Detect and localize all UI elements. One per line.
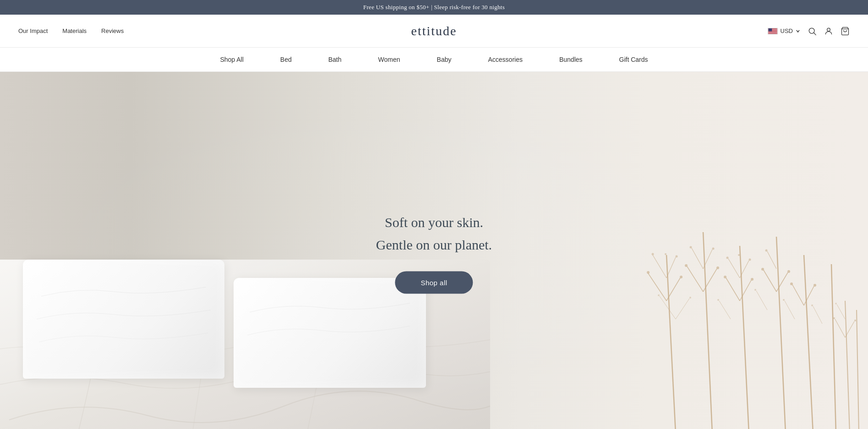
nav-link-reviews[interactable]: Reviews bbox=[101, 27, 124, 34]
account-button[interactable] bbox=[824, 27, 833, 36]
nav-link-materials[interactable]: Materials bbox=[62, 27, 87, 34]
site-logo[interactable]: ettitude bbox=[411, 24, 457, 38]
top-nav: Our Impact Materials Reviews ettitude bbox=[0, 15, 868, 48]
nav-item-baby[interactable]: Baby bbox=[419, 48, 470, 71]
shop-all-button[interactable]: Shop all bbox=[395, 272, 473, 294]
cart-button[interactable] bbox=[841, 27, 850, 36]
hero-subheadline: Gentle on our planet. bbox=[376, 234, 492, 255]
us-flag-icon bbox=[768, 28, 778, 34]
cart-icon bbox=[841, 27, 850, 36]
svg-rect-11 bbox=[768, 33, 777, 33]
svg-rect-8 bbox=[768, 32, 777, 32]
nav-item-bundles[interactable]: Bundles bbox=[541, 48, 601, 71]
currency-selector[interactable]: USD bbox=[768, 27, 800, 34]
main-nav: Shop All Bed Bath Women Baby Accessories… bbox=[0, 48, 868, 72]
announcement-text: Free US shipping on $50+ | Sleep risk-fr… bbox=[363, 4, 505, 11]
top-nav-right: USD bbox=[434, 27, 850, 36]
svg-line-15 bbox=[814, 33, 816, 35]
svg-rect-7 bbox=[768, 31, 777, 32]
nav-item-bed[interactable]: Bed bbox=[262, 48, 310, 71]
hero-headline: Soft on your skin. bbox=[376, 212, 492, 233]
nav-item-shop-all[interactable]: Shop All bbox=[202, 48, 262, 71]
svg-rect-12 bbox=[768, 33, 777, 34]
account-icon bbox=[824, 27, 833, 36]
chevron-down-icon bbox=[796, 29, 800, 33]
hero-section: Soft on your skin. Gentle on our planet.… bbox=[0, 72, 868, 429]
svg-rect-9 bbox=[768, 32, 777, 33]
nav-item-gift-cards[interactable]: Gift Cards bbox=[601, 48, 666, 71]
hero-content: Soft on your skin. Gentle on our planet.… bbox=[376, 212, 492, 294]
nav-item-accessories[interactable]: Accessories bbox=[469, 48, 540, 71]
nav-item-women[interactable]: Women bbox=[360, 48, 419, 71]
nav-item-bath[interactable]: Bath bbox=[310, 48, 360, 71]
svg-rect-10 bbox=[768, 33, 777, 33]
announcement-bar: Free US shipping on $50+ | Sleep risk-fr… bbox=[0, 0, 868, 15]
top-nav-left: Our Impact Materials Reviews bbox=[18, 27, 434, 34]
search-button[interactable] bbox=[808, 27, 817, 36]
logo-container: ettitude bbox=[411, 24, 457, 38]
currency-code: USD bbox=[781, 27, 793, 34]
svg-point-14 bbox=[809, 28, 814, 33]
svg-rect-13 bbox=[768, 28, 772, 31]
svg-point-16 bbox=[827, 28, 830, 31]
search-icon bbox=[808, 27, 817, 36]
nav-link-our-impact[interactable]: Our Impact bbox=[18, 27, 48, 34]
